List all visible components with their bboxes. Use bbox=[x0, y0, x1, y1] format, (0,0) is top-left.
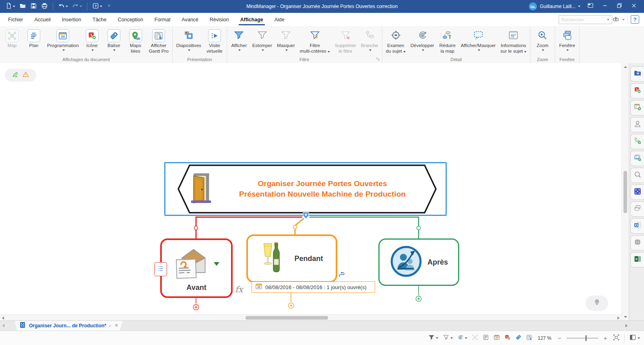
status-tags-view-button[interactable] bbox=[515, 334, 522, 342]
zoom-slider-handle[interactable] bbox=[585, 335, 587, 341]
ribbon-tab-fichier[interactable]: Fichier bbox=[2, 14, 29, 25]
task-pane-tab-task-info[interactable] bbox=[630, 100, 644, 115]
task-pane-tab-resources[interactable] bbox=[630, 117, 644, 132]
afficher-masquer-button[interactable]: Afficher/Masquer bbox=[458, 27, 498, 52]
icone-button[interactable]: 1Icône bbox=[81, 27, 103, 52]
plan-button[interactable]: Plan bbox=[23, 27, 45, 49]
task-pane-tab-map-parts[interactable] bbox=[630, 134, 644, 149]
reduire-la-map-button[interactable]: Réduirela map bbox=[437, 27, 458, 54]
task-pane-tab-excel[interactable]: X bbox=[630, 252, 644, 267]
add-subtopic-badge[interactable] bbox=[302, 212, 310, 221]
scroll-left-button[interactable] bbox=[0, 315, 6, 321]
scroll-down-button[interactable] bbox=[622, 313, 629, 320]
ribbon-tab-accueil[interactable]: Accueil bbox=[29, 14, 56, 25]
status-filter-button[interactable] bbox=[428, 334, 438, 342]
binoculars-icon[interactable] bbox=[612, 15, 619, 24]
scroll-right-button[interactable] bbox=[615, 315, 621, 321]
examen-du-sujet-button[interactable]: Examendu sujet bbox=[384, 27, 408, 54]
afficher-gantt-pro-button[interactable]: AfficherGantt Pro bbox=[147, 27, 171, 54]
developper-button[interactable]: Développer bbox=[408, 27, 437, 52]
map-canvas[interactable]: Organiser Journée Portes Ouvertes Présen… bbox=[0, 63, 621, 314]
zoom-button[interactable]: Zoom bbox=[532, 27, 553, 52]
masquer-button[interactable]: Masquer bbox=[275, 27, 297, 52]
status-develop-button[interactable] bbox=[457, 334, 467, 342]
tabs-scroll-left-button[interactable] bbox=[0, 324, 6, 327]
find-options-chevron-icon[interactable] bbox=[622, 19, 625, 21]
task-pane-tab-search[interactable] bbox=[630, 168, 644, 183]
document-tab[interactable]: Organiser Journ... de Production* ⌐ ✕ bbox=[14, 321, 123, 331]
visite-virtuelle-button[interactable]: Visitevirtuelle bbox=[204, 27, 225, 54]
ribbon-tab-avancé[interactable]: Avancé bbox=[176, 14, 204, 25]
ribbon-tab-conception[interactable]: Conception bbox=[112, 14, 149, 25]
zoom-out-button[interactable]: − bbox=[557, 335, 562, 341]
minimize-button[interactable] bbox=[601, 2, 609, 11]
task-info-strip[interactable]: 24 08/08/2016 - 08/08/2016 : 1 jour(s) o… bbox=[252, 281, 375, 293]
redo-button[interactable] bbox=[71, 2, 83, 12]
add-subtopic-apres[interactable] bbox=[415, 295, 422, 302]
map-location-button[interactable] bbox=[586, 296, 608, 311]
status-power-filter-button[interactable] bbox=[443, 334, 453, 342]
float-window-icon[interactable]: ⌐ bbox=[109, 323, 111, 328]
topic-apres[interactable]: Après bbox=[378, 238, 459, 286]
diapositives-button[interactable]: Diapositives bbox=[174, 27, 204, 52]
status-gantt-view-button[interactable] bbox=[526, 334, 533, 342]
task-pane-tab-library-images[interactable] bbox=[630, 151, 644, 166]
zoom-in-button[interactable]: + bbox=[603, 335, 608, 341]
ribbon-tab-insertion[interactable]: Insertion bbox=[56, 14, 87, 25]
status-schedule-view-button[interactable]: 24 bbox=[493, 334, 500, 342]
account-menu[interactable]: GL Guillaume Laill... bbox=[529, 2, 580, 10]
estomper-button[interactable]: Estomper bbox=[250, 27, 275, 52]
task-pane-toggle[interactable] bbox=[629, 334, 640, 343]
programmation-button[interactable]: 24Programmation bbox=[45, 27, 81, 52]
task-pane-tab-mindmanager-files[interactable]: M bbox=[630, 66, 644, 82]
vertical-scrollbar[interactable] bbox=[621, 63, 629, 320]
central-topic[interactable]: Organiser Journée Portes Ouvertes Présen… bbox=[164, 162, 447, 216]
search-input[interactable] bbox=[559, 15, 612, 24]
vertical-scroll-thumb[interactable] bbox=[623, 171, 627, 213]
horizontal-scrollbar[interactable] bbox=[0, 314, 621, 320]
layout-preview-button[interactable] bbox=[586, 2, 595, 11]
status-icons-view-button[interactable]: 1 bbox=[504, 334, 511, 342]
fenetre-button[interactable]: Fenêtre bbox=[556, 27, 578, 52]
filtre-multi-criteres-button[interactable]: Filtremulti-critères bbox=[297, 27, 332, 54]
horizontal-scroll-thumb[interactable] bbox=[246, 316, 328, 320]
customize-quick-access-button[interactable] bbox=[105, 2, 113, 11]
topic-notes-button[interactable] bbox=[154, 262, 167, 276]
ribbon-tab-affichage[interactable]: Affichage bbox=[235, 14, 269, 25]
informations-sur-le-sujet-button[interactable]: Informationssur le sujet bbox=[498, 27, 529, 54]
ribbon-tab-aide[interactable]: Aide bbox=[269, 14, 290, 25]
scroll-up-button[interactable] bbox=[622, 63, 629, 70]
maps-liees-button[interactable]: Mapsliées bbox=[125, 27, 147, 54]
task-pane-tab-focus[interactable] bbox=[630, 185, 644, 200]
afficher-button[interactable]: Afficher bbox=[228, 27, 250, 52]
topic-pendant[interactable]: Pendant bbox=[246, 234, 337, 283]
topic-avant[interactable]: Avant bbox=[160, 238, 233, 298]
close-button[interactable] bbox=[630, 2, 638, 11]
add-subtopic-avant[interactable] bbox=[192, 304, 200, 311]
map-status-pill[interactable] bbox=[5, 69, 36, 82]
task-pane-tab-web[interactable] bbox=[630, 235, 644, 251]
help-button[interactable]: ? bbox=[631, 15, 639, 24]
task-pane-tab-snippets[interactable] bbox=[630, 201, 644, 217]
add-subtopic-pendant[interactable] bbox=[287, 302, 295, 309]
ribbon-tab-format[interactable]: Format bbox=[149, 14, 176, 25]
restore-button[interactable] bbox=[615, 2, 624, 11]
print-button[interactable] bbox=[40, 2, 49, 12]
tabs-scroll-right-button[interactable] bbox=[623, 324, 630, 327]
task-pane-tab-outlook[interactable] bbox=[630, 218, 644, 234]
zoom-slider[interactable] bbox=[567, 335, 598, 341]
balise-button[interactable]: Balise bbox=[103, 27, 125, 52]
undo-button[interactable] bbox=[57, 2, 69, 12]
search-dropdown-icon[interactable] bbox=[607, 19, 609, 21]
task-pane-tab-map-markers[interactable]: 1 bbox=[630, 83, 644, 99]
ribbon-tab-révision[interactable]: Révision bbox=[204, 14, 235, 25]
close-tab-icon[interactable]: ✕ bbox=[114, 323, 118, 328]
help-button[interactable]: ? bbox=[91, 2, 103, 12]
open-button[interactable] bbox=[18, 2, 27, 12]
save-button[interactable] bbox=[29, 2, 38, 12]
status-outline-view-button[interactable] bbox=[483, 334, 489, 342]
fit-map-button[interactable] bbox=[613, 334, 620, 343]
dialog-launcher-button[interactable] bbox=[375, 56, 381, 62]
new-document-button[interactable] bbox=[4, 2, 17, 12]
ribbon-tab-tâche[interactable]: Tâche bbox=[87, 14, 112, 25]
